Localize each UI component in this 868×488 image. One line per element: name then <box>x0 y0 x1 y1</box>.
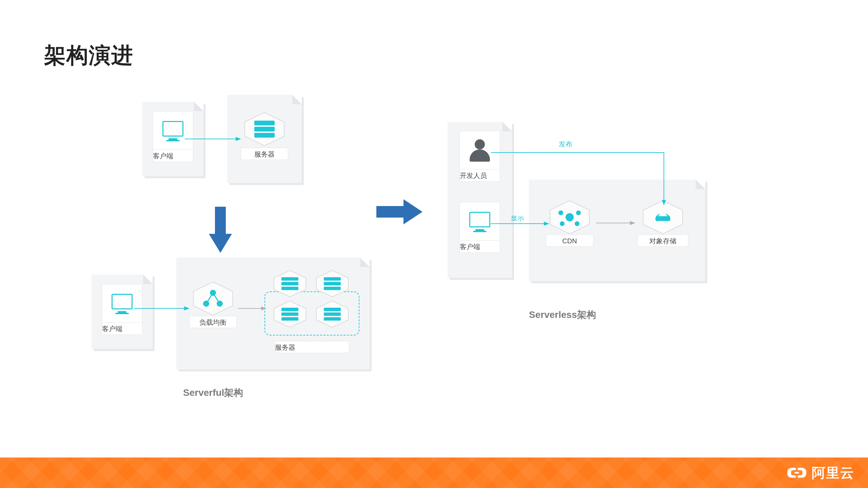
svg-marker-8 <box>193 282 233 315</box>
svg-rect-34 <box>376 206 403 218</box>
card-server-top: 服务器 <box>227 95 302 183</box>
edge-label-display: 显示 <box>511 216 524 222</box>
label-cdn: CDN <box>546 235 593 247</box>
svg-rect-20 <box>324 282 341 285</box>
slide: 架构演进 客户端 服务器 <box>0 0 868 488</box>
svg-point-38 <box>558 210 563 215</box>
brand-text: 阿里云 <box>812 464 854 482</box>
svg-point-39 <box>576 210 581 215</box>
evolution-arrow-right <box>376 197 424 227</box>
evolution-arrow-down <box>207 207 234 254</box>
label-client-2: 客户端 <box>102 322 142 334</box>
serverful-label: Serverful架构 <box>183 386 243 399</box>
node-cdn: CDN <box>542 193 597 247</box>
label-server-group: 服务器 <box>275 341 349 353</box>
card-serverful-system: 负载均衡 <box>176 258 370 369</box>
card-serverless-system: CDN 对象存储 <box>529 180 705 281</box>
card-client-bottom: 客户端 <box>92 274 153 349</box>
svg-rect-17 <box>281 287 298 290</box>
label-dev: 开发人员 <box>460 169 500 181</box>
label-client: 客户端 <box>153 149 193 162</box>
lb-icon <box>189 280 237 317</box>
svg-rect-15 <box>281 277 298 281</box>
svg-marker-7 <box>209 234 232 253</box>
tile-client-right: 客户端 <box>459 202 500 253</box>
card-actors: 开发人员 客户端 <box>448 122 512 278</box>
label-server: 服务器 <box>241 148 288 160</box>
tile-client-top: 客户端 <box>153 111 193 162</box>
serverless-label: Serverless架构 <box>529 308 596 321</box>
svg-rect-3 <box>254 133 275 138</box>
storage-icon <box>639 199 687 236</box>
label-oss: 对象存储 <box>637 235 688 247</box>
label-client-3: 客户端 <box>460 240 500 252</box>
node-server: 服务器 <box>227 105 302 160</box>
aliyun-logo-icon <box>787 463 806 482</box>
label-lb: 负载均衡 <box>189 316 237 328</box>
arrow-lb-servers <box>238 305 267 312</box>
svg-rect-24 <box>281 312 298 316</box>
server-icon <box>241 110 288 148</box>
edge-label-publish: 发布 <box>559 140 572 148</box>
svg-rect-27 <box>324 308 341 311</box>
brand: 阿里云 <box>787 463 854 482</box>
tile-server-top: 服务器 <box>241 148 288 160</box>
svg-rect-16 <box>281 282 298 285</box>
svg-rect-6 <box>215 207 226 234</box>
svg-marker-35 <box>403 199 422 224</box>
tile-client-bottom: 客户端 <box>102 284 142 335</box>
tile-dev: 开发人员 <box>459 131 500 182</box>
server-farm-icons <box>268 265 356 333</box>
footer-bar: 阿里云 <box>0 458 868 488</box>
slide-title: 架构演进 <box>44 41 134 70</box>
svg-rect-1 <box>254 121 275 125</box>
svg-rect-23 <box>281 308 298 311</box>
svg-point-37 <box>566 213 574 221</box>
svg-rect-25 <box>281 317 298 321</box>
tile-server-group: 服务器 <box>275 341 349 353</box>
svg-rect-2 <box>254 127 275 131</box>
svg-rect-21 <box>324 287 341 290</box>
node-oss: 对象存储 <box>634 193 692 247</box>
svg-rect-19 <box>324 277 341 281</box>
svg-point-40 <box>560 221 565 226</box>
svg-rect-28 <box>324 312 341 316</box>
svg-rect-29 <box>324 317 341 321</box>
node-lb: 负载均衡 <box>186 274 240 328</box>
card-client-top: 客户端 <box>142 102 203 176</box>
arrow-cdn-oss <box>596 220 637 226</box>
svg-point-41 <box>575 221 579 226</box>
svg-rect-49 <box>794 472 799 473</box>
cdn-icon <box>546 199 593 236</box>
